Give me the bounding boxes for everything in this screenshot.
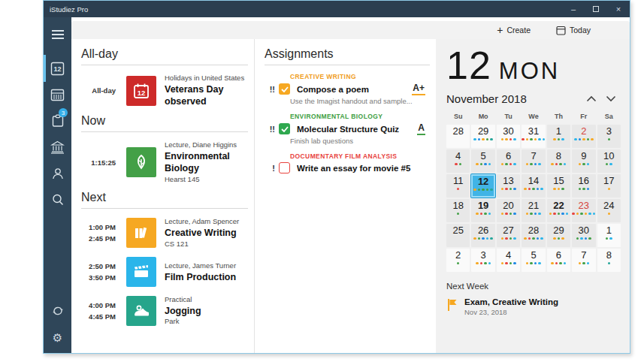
event-dots	[549, 213, 569, 216]
calendar-day[interactable]: 30	[572, 224, 595, 247]
schedule-event-row[interactable]: 1:00 PM2:45 PMLecture, Adam SpencerCreat…	[81, 217, 248, 249]
calendar-day[interactable]: 14	[522, 174, 545, 198]
schedule-event-row[interactable]: 2:50 PM3:50 PMLecture, James TurnerFilm …	[81, 257, 248, 287]
sync-button[interactable]	[44, 300, 71, 321]
day-number: 4	[455, 150, 461, 162]
calendar-day[interactable]: 21	[522, 199, 545, 222]
calendar-day[interactable]: 8	[547, 149, 570, 173]
calendar-day[interactable]: 13	[497, 174, 520, 198]
calendar-day[interactable]: 29	[471, 125, 494, 148]
calendar-day[interactable]: 5	[522, 249, 545, 272]
calendar-day[interactable]: 1	[597, 224, 621, 247]
course-label: ENVIRONMENTAL BIOLOGY	[290, 113, 430, 120]
day-number: 25	[452, 225, 463, 237]
day-number: 29	[478, 125, 488, 137]
calendar-day[interactable]: 10	[597, 149, 621, 173]
calendar-day-selected[interactable]: 12	[471, 174, 494, 198]
calendar-day[interactable]: 4	[446, 149, 470, 173]
next-week-item[interactable]: Exam, Creative Writing Nov 23, 2018	[446, 297, 621, 316]
close-button[interactable]: ×	[607, 1, 630, 17]
day-number: 7	[531, 150, 536, 162]
checkbox-unchecked[interactable]	[279, 162, 290, 173]
calendar-day[interactable]: 2	[572, 125, 595, 148]
calendar-day[interactable]: 24	[597, 199, 621, 222]
calendar-day[interactable]: 5	[471, 149, 494, 173]
calendar-day[interactable]: 26	[471, 224, 494, 247]
weekday-header: Th	[547, 111, 570, 123]
priority-marker: !!	[265, 85, 275, 94]
calendar-day[interactable]: 22	[547, 199, 570, 222]
schedule-event-row[interactable]: 4:00 PM4:45 PMPracticalJoggingPark	[81, 295, 248, 327]
event-dots	[572, 213, 595, 216]
weekday-header: Mo	[471, 111, 494, 123]
assignment-item[interactable]: DOCUMENTARY FILM ANALYSIS!Write an essay…	[265, 152, 430, 173]
event-subtitle: Lecture, Diane Higgins	[165, 140, 248, 150]
calendar-day[interactable]: 31	[522, 125, 545, 148]
checkbox-checked[interactable]	[279, 123, 290, 134]
prev-month-button[interactable]	[582, 95, 601, 102]
calendar-day[interactable]: 11	[446, 174, 470, 198]
settings-button[interactable]: ⚙	[44, 327, 71, 348]
event-time: 1:00 PM	[81, 222, 116, 233]
calendar-day[interactable]: 3	[597, 125, 621, 148]
menu-button[interactable]	[44, 24, 71, 45]
today-button[interactable]: Today	[556, 26, 591, 35]
next-month-button[interactable]	[601, 95, 621, 102]
next-week-item-date: Nov 23, 2018	[464, 308, 558, 316]
day-number: 21	[528, 200, 539, 212]
calendar-day[interactable]: 19	[471, 199, 494, 222]
sidebar-item-instructors[interactable]	[44, 163, 71, 184]
person-icon	[51, 167, 65, 180]
calendar-day[interactable]: 23	[572, 199, 595, 222]
calendar-day[interactable]: 2	[446, 249, 470, 272]
calendar-day[interactable]: 7	[522, 149, 545, 173]
calendar-day[interactable]: 28	[446, 125, 470, 148]
calendar-day[interactable]: 29	[547, 224, 570, 247]
day-number: 1	[606, 225, 612, 237]
assignment-item[interactable]: CREATIVE WRITING!!Compose a poemA+Use th…	[265, 73, 430, 105]
schedule-event-row[interactable]: All-day12Holidays in United StatesVetera…	[81, 74, 248, 107]
assignment-item[interactable]: ENVIRONMENTAL BIOLOGY!!Molecular Structu…	[265, 113, 430, 145]
event-dots	[553, 237, 564, 240]
day-number: 5	[481, 150, 486, 162]
calendar-day[interactable]: 27	[497, 224, 520, 247]
calendar-day[interactable]: 6	[497, 149, 520, 173]
big-date: 12 MON	[446, 45, 621, 86]
calendar-day[interactable]: 4	[497, 249, 520, 272]
event-dots	[476, 262, 491, 265]
event-dots	[501, 138, 516, 141]
svg-text:12: 12	[138, 89, 146, 97]
minimize-button[interactable]: –	[562, 1, 585, 17]
sidebar-item-day-view[interactable]: 12	[44, 58, 71, 79]
schedule-event-row[interactable]: 1:15:25Lecture, Diane HigginsEnvironment…	[81, 140, 248, 184]
calendar-day[interactable]: 28	[522, 224, 545, 247]
event-dots	[501, 213, 516, 216]
calendar-day[interactable]: 1	[547, 125, 570, 148]
create-button[interactable]: + Create	[497, 25, 531, 35]
calendar-day[interactable]: 17	[597, 174, 621, 198]
maximize-button[interactable]	[585, 1, 607, 17]
calendar-day[interactable]: 8	[597, 249, 621, 272]
priority-marker: !	[265, 164, 275, 173]
sidebar-item-calendar[interactable]	[44, 84, 71, 105]
calendar-day[interactable]: 6	[547, 249, 570, 272]
calendar-day[interactable]: 16	[572, 174, 595, 198]
calendar-day[interactable]: 25	[446, 224, 470, 247]
day-number: 23	[579, 200, 589, 212]
calendar-day[interactable]: 7	[572, 249, 595, 272]
calendar-day[interactable]: 15	[547, 174, 570, 198]
calendar-day[interactable]: 20	[497, 199, 520, 222]
assignment-title: Molecular Structure Quiz	[297, 125, 417, 134]
calendar-day[interactable]: 18	[446, 199, 470, 222]
calendar-day[interactable]: 3	[471, 249, 494, 272]
sidebar-item-courses[interactable]	[44, 137, 71, 158]
calendar-day[interactable]: 9	[572, 149, 595, 173]
gear-icon: ⚙	[53, 332, 62, 343]
calendar-day[interactable]: 30	[497, 125, 520, 148]
selected-indicator	[44, 55, 46, 82]
sidebar-item-assignments[interactable]: 3	[44, 110, 71, 131]
day-number: 4	[506, 249, 511, 261]
checkbox-checked[interactable]	[279, 83, 290, 95]
sidebar-item-search[interactable]	[44, 189, 71, 210]
event-dots	[522, 138, 545, 141]
